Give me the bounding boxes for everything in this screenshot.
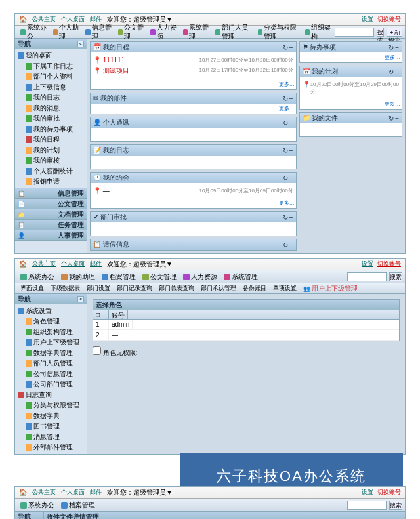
mod[interactable]: 系统办公 (18, 499, 57, 511)
tree-group[interactable]: 系统设置 (16, 306, 85, 316)
tree-item[interactable]: 数据字典管理 (24, 348, 85, 358)
search-btn[interactable]: 搜索 (389, 501, 402, 510)
collapse-icon[interactable]: « (77, 41, 84, 47)
link[interactable]: 个人桌面 (61, 260, 85, 268)
sub[interactable]: 备份账目 (240, 283, 269, 294)
sidebar2: 导航« 系统设置 角色管理 组织架构管理 用户上下级管理 数据字典管理 部门人员… (15, 294, 87, 454)
tree-item[interactable]: 公司信息管理 (24, 369, 85, 379)
sub[interactable]: 部门承认管理 (198, 283, 239, 294)
panel-task[interactable]: 📋 任务管理 (15, 220, 87, 230)
settings[interactable]: 设置 (362, 260, 373, 268)
mod[interactable]: 人力资源 (180, 271, 220, 283)
widget-log: 📝 我的日志↻− (90, 144, 297, 169)
more-link[interactable]: 更多… (300, 52, 402, 62)
logout-link[interactable]: 切换账号 (377, 15, 401, 24)
more-link[interactable]: 更多… (91, 104, 296, 114)
tree-item[interactable]: 我的日程 (24, 135, 85, 145)
tree-item[interactable]: 我的消息 (24, 103, 85, 114)
link[interactable]: 公共主页 (32, 260, 56, 268)
table-row[interactable]: 2— (93, 330, 399, 341)
panel-hr[interactable]: 👤 人事管理 (15, 230, 87, 241)
tree-item[interactable]: 我的日志 (24, 93, 85, 103)
mod[interactable]: 档案管理 (99, 271, 138, 283)
link[interactable]: 邮件 (90, 260, 102, 268)
search-button[interactable]: 搜索 (377, 28, 384, 37)
search[interactable] (347, 272, 387, 281)
sub[interactable]: 部门记录查询 (114, 283, 155, 294)
tree-item[interactable]: 组织架构管理 (24, 327, 85, 337)
nav-tree: 我的桌面 下属工作日志 部门个人资料 上下级信息 我的日志 我的消息 我的审批 … (15, 49, 87, 188)
settings-link[interactable]: 设置 (362, 15, 373, 24)
mod[interactable]: 系统办公 (18, 271, 57, 283)
schedule-item[interactable]: 📍 111111 (93, 56, 125, 64)
settings[interactable]: 设置 (362, 488, 373, 497)
widget-pending: ⚑ 待办事项↻−更多… (299, 41, 402, 63)
panel-doc[interactable]: 📄 公文管理 (15, 199, 87, 209)
widget-files: 📁 我的文件↻− (299, 112, 402, 137)
tree-item[interactable]: 部门人员管理 (24, 358, 85, 369)
tree-item[interactable]: 外部邮件管理 (24, 442, 85, 453)
col-account[interactable]: 账号 (109, 310, 128, 319)
sub[interactable]: 单项设置 (270, 283, 299, 294)
link[interactable]: 邮件 (90, 488, 102, 497)
widget-appt: 🕐 我的约会↻− 📍 —10月09日00时00分至10月09日00时00分 更多… (90, 172, 297, 209)
more-link[interactable]: 更多… (91, 79, 296, 89)
tree-item[interactable]: 个人薪酬统计 (24, 166, 85, 176)
sub[interactable]: 界面设置 (18, 283, 47, 294)
tree-item[interactable]: 报销申请 (24, 176, 85, 187)
tree-item[interactable]: 我的计划 (24, 145, 85, 156)
tree-item[interactable]: 我的审核 (24, 156, 85, 166)
tree-item[interactable]: 上下级信息 (24, 82, 85, 93)
tree-item[interactable]: 用户上下级管理 (24, 337, 85, 348)
mod[interactable]: 档案管理 (58, 499, 98, 511)
main-toolbar: 系统办公 个人助理 信息管理 公文管理 人力资源 系统管理 部门人员管理 分类与… (15, 26, 405, 39)
schedule-item[interactable]: 📍 测试项目 (93, 66, 129, 75)
more-link[interactable]: 更多… (300, 99, 402, 109)
sub[interactable]: 部门总表查询 (156, 283, 197, 294)
logout[interactable]: 切换账号 (377, 488, 401, 497)
search-btn[interactable]: 搜索 (389, 272, 402, 281)
home-icon[interactable]: 🏠 (19, 260, 27, 268)
tree-item[interactable]: 分类与权限管理 (24, 400, 85, 411)
topbar2: 🏠 公共主页 个人桌面 邮件 欢迎您：超级管理员▼ 设置切换账号 (15, 259, 405, 270)
link[interactable]: 公共主页 (32, 488, 56, 497)
plan-item[interactable]: 📍 (303, 81, 310, 95)
sub[interactable]: 下级数据表 (48, 283, 83, 294)
tree-group[interactable]: 日志查询 (16, 390, 85, 400)
col-check[interactable]: □ (93, 310, 109, 319)
appt-item[interactable]: 📍 — (93, 187, 110, 194)
panel-file[interactable]: 📁 文档管理 (15, 209, 87, 220)
tree-item[interactable]: 我的审批 (24, 114, 85, 124)
welcome: 欢迎您：超级管理员▼ (107, 488, 173, 497)
tree-item[interactable]: 数据字典 (24, 411, 85, 421)
tree-item[interactable]: 我的待办事项 (24, 124, 85, 135)
tree-item[interactable]: 消息管理 (24, 432, 85, 442)
sub[interactable]: 部门设置 (84, 283, 113, 294)
search[interactable] (347, 501, 387, 510)
min-icon[interactable]: − (289, 44, 293, 51)
tree-root[interactable]: 我的桌面 (16, 51, 85, 61)
tree-item[interactable]: 部门个人资料 (24, 72, 85, 82)
tree-item[interactable]: 下属工作日志 (24, 61, 85, 72)
mod[interactable]: 公文管理 (140, 271, 179, 283)
widget-audit: ✔ 部门审批↻− (90, 211, 297, 236)
table-row[interactable]: 1admin (93, 320, 399, 330)
add-common-button[interactable]: ＋新增常用 (387, 28, 402, 37)
search-input[interactable] (335, 28, 374, 37)
logout[interactable]: 切换账号 (377, 260, 401, 268)
tree-item[interactable]: 公司部门管理 (24, 379, 85, 390)
link[interactable]: 个人桌面 (61, 488, 85, 497)
widget-plan: 📅 我的计划↻− 📍10月22日00时00分至10月29日00时00分 更多… (299, 66, 402, 110)
more-link[interactable]: 更多… (91, 198, 296, 208)
screenshot-1: 🏠 公共主页 个人桌面 邮件 欢迎您：超级管理员▼ 设置 切换账号 系统办公 个… (14, 13, 406, 254)
refresh-icon[interactable]: ↻ (283, 44, 288, 51)
home-icon[interactable]: 🏠 (19, 489, 27, 496)
widget-leave: 📋 请假信息↻− (90, 239, 297, 251)
mod[interactable]: 系统管理 (221, 271, 261, 283)
checkbox[interactable] (93, 346, 101, 355)
panel-info[interactable]: 📋 信息管理 (15, 188, 87, 199)
mod[interactable]: 我的助理 (58, 271, 98, 283)
tree-item[interactable]: 图书管理 (24, 421, 85, 432)
tree-item[interactable]: 角色管理 (24, 316, 85, 327)
sub[interactable]: 👥 用户上下级管理 (301, 283, 360, 295)
